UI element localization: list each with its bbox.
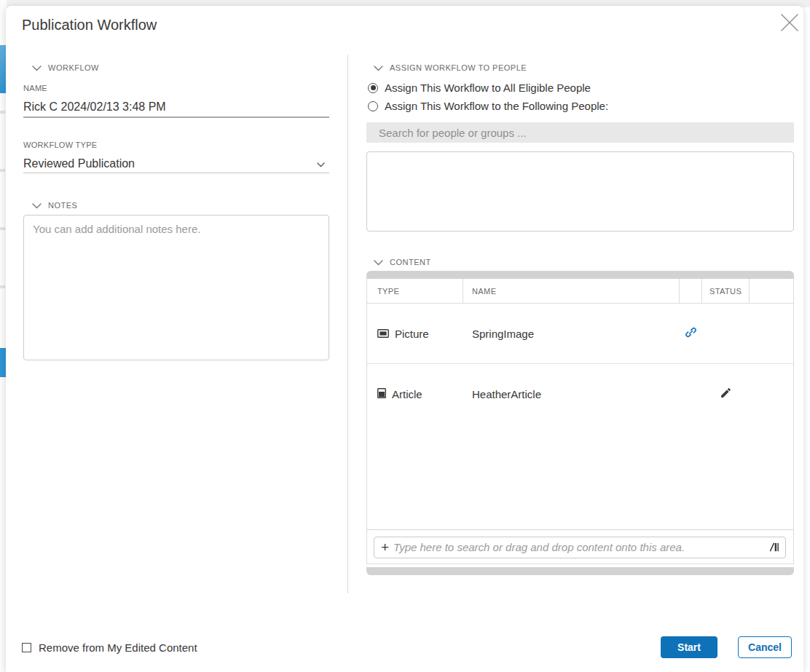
column-header-name[interactable]: NAME bbox=[463, 279, 680, 303]
workflow-name-input[interactable] bbox=[23, 98, 329, 118]
background-divider-fragment bbox=[0, 285, 5, 288]
picture-type-icon bbox=[377, 328, 389, 340]
assign-section-label: ASSIGN WORKFLOW TO PEOPLE bbox=[390, 63, 527, 72]
link-button[interactable] bbox=[680, 326, 702, 341]
column-header-type[interactable]: TYPE bbox=[367, 279, 463, 303]
workflow-section-header[interactable]: WORKFLOW bbox=[32, 61, 99, 74]
content-type: Picture bbox=[395, 328, 429, 340]
edit-button[interactable] bbox=[702, 387, 750, 402]
background-accent-strip bbox=[0, 348, 6, 377]
cancel-button[interactable]: Cancel bbox=[738, 636, 792, 658]
close-icon bbox=[780, 13, 799, 35]
chevron-down-icon bbox=[317, 157, 325, 170]
content-table: TYPE NAME STATUS Picture SpringImage bbox=[366, 279, 794, 564]
content-section-header[interactable]: CONTENT bbox=[374, 256, 431, 269]
remove-from-edited-checkbox[interactable]: Remove from My Edited Content bbox=[22, 641, 197, 654]
publication-workflow-dialog: Publication Workflow WORKFLOW NAME WORKF… bbox=[6, 6, 803, 672]
radio-assign-all-label: Assign This Workflow to All Eligible Peo… bbox=[385, 82, 591, 94]
notes-section-label: NOTES bbox=[48, 201, 77, 210]
add-content-input[interactable] bbox=[389, 541, 768, 553]
remove-from-edited-label: Remove from My Edited Content bbox=[39, 641, 197, 654]
radio-assign-following[interactable]: Assign This Workflow to the Following Pe… bbox=[368, 100, 608, 112]
link-icon bbox=[685, 326, 697, 341]
start-button[interactable]: Start bbox=[661, 636, 717, 658]
checkbox-unchecked-icon bbox=[22, 643, 31, 652]
radio-selected-icon bbox=[368, 83, 378, 93]
background-divider-fragment bbox=[0, 111, 5, 114]
column-divider bbox=[347, 55, 348, 593]
workflow-type-select[interactable]: Reviewed Publication bbox=[23, 154, 329, 173]
structure-search-icon[interactable] bbox=[768, 542, 779, 553]
article-type-icon bbox=[377, 388, 386, 400]
radio-unselected-icon bbox=[368, 101, 378, 111]
table-row[interactable]: Picture SpringImage bbox=[367, 304, 793, 364]
assign-section-header[interactable]: ASSIGN WORKFLOW TO PEOPLE bbox=[374, 61, 527, 74]
dialog-title: Publication Workflow bbox=[22, 17, 157, 33]
table-scrollbar-top[interactable] bbox=[366, 271, 794, 279]
content-name: HeatherArticle bbox=[463, 388, 680, 400]
close-button[interactable] bbox=[778, 12, 801, 36]
add-content-row: + bbox=[367, 529, 793, 564]
notes-section-header[interactable]: NOTES bbox=[32, 199, 77, 212]
assigned-people-list[interactable] bbox=[366, 151, 794, 232]
people-search-input[interactable] bbox=[366, 122, 794, 143]
chevron-down-icon bbox=[374, 61, 383, 74]
plus-icon: + bbox=[381, 540, 389, 554]
radio-assign-following-label: Assign This Workflow to the Following Pe… bbox=[385, 100, 608, 112]
content-type: Article bbox=[392, 388, 422, 400]
content-table-header: TYPE NAME STATUS bbox=[367, 279, 793, 304]
background-accent-strip bbox=[0, 45, 6, 93]
add-content-input-wrap[interactable]: + bbox=[374, 537, 786, 558]
table-scrollbar-bottom[interactable] bbox=[366, 567, 794, 575]
chevron-down-icon bbox=[32, 199, 42, 212]
background-divider-fragment bbox=[0, 169, 5, 172]
background-divider-fragment bbox=[0, 227, 5, 230]
content-section-label: CONTENT bbox=[390, 258, 431, 266]
workflow-section-label: WORKFLOW bbox=[48, 63, 99, 72]
workflow-type-value: Reviewed Publication bbox=[23, 157, 135, 170]
chevron-down-icon bbox=[32, 61, 42, 74]
column-header-actions[interactable] bbox=[750, 279, 793, 303]
notes-textarea[interactable] bbox=[23, 215, 329, 360]
edit-pencil-icon bbox=[720, 387, 732, 402]
workflow-type-label: WORKFLOW TYPE bbox=[23, 141, 97, 149]
name-field-label: NAME bbox=[23, 84, 47, 92]
radio-assign-all[interactable]: Assign This Workflow to All Eligible Peo… bbox=[368, 82, 591, 94]
column-header-link[interactable] bbox=[680, 279, 702, 303]
table-row[interactable]: Article HeatherArticle bbox=[367, 364, 793, 424]
column-header-status[interactable]: STATUS bbox=[702, 279, 750, 303]
chevron-down-icon bbox=[374, 256, 383, 269]
content-name: SpringImage bbox=[463, 328, 680, 340]
